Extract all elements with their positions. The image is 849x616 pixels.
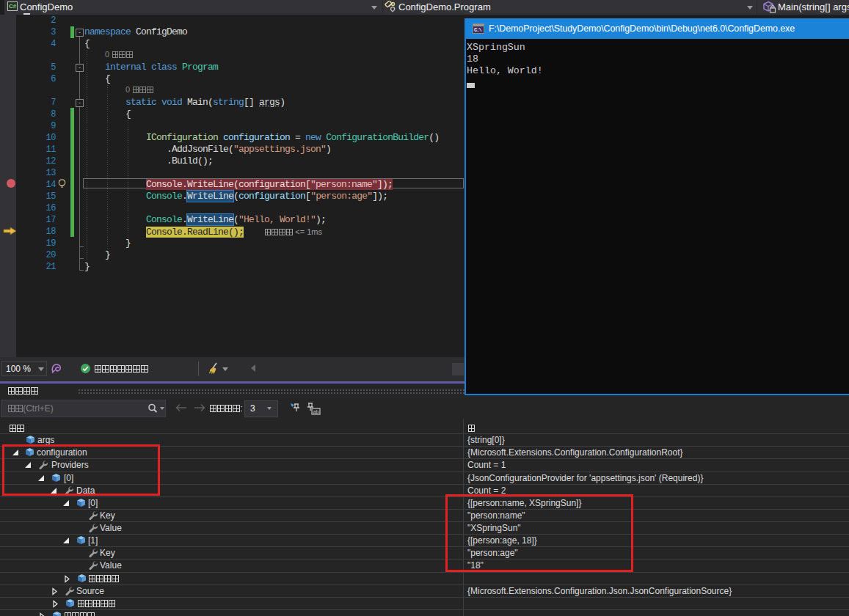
svg-text:ab: ab <box>313 409 319 414</box>
